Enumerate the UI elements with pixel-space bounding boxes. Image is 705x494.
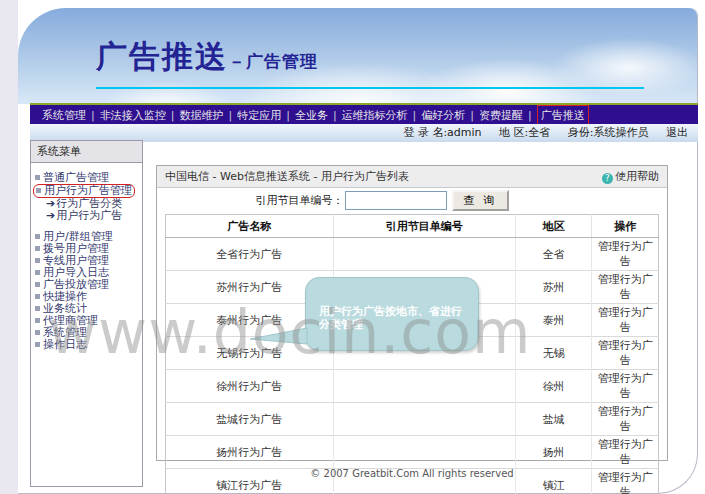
region-label: 地 区:全省 <box>499 126 550 139</box>
bullet-icon <box>35 306 40 311</box>
copyright-footer: © 2007 Greatbit.Com All rights reserved <box>156 468 668 479</box>
help-icon: ? <box>602 173 613 184</box>
col-header-0: 广告名称 <box>166 215 334 238</box>
annotation-callout-tail <box>250 326 308 350</box>
table-row: 扬州行为广告扬州管理行为广告 <box>166 436 659 469</box>
cell-region: 盐城 <box>516 403 592 436</box>
bullet-icon <box>35 175 40 180</box>
cell-ref <box>333 403 515 436</box>
table-header-row: 广告名称引用节目单编号地区操作 <box>166 215 659 238</box>
table-row: 全省行为广告全省管理行为广告 <box>166 238 659 271</box>
sidebar-item-13[interactable]: 操作日志 <box>35 339 139 351</box>
bullet-icon <box>35 270 40 275</box>
col-header-2: 地区 <box>516 215 592 238</box>
table-row: 盐城行为广告盐城管理行为广告 <box>166 403 659 436</box>
manage-behavior-ad-link[interactable]: 管理行为广告 <box>598 339 653 367</box>
sidebar-header: 系统菜单 <box>31 141 142 163</box>
nav-item-7[interactable]: 资费提醒 <box>479 106 523 125</box>
bullet-icon <box>35 330 40 335</box>
cell-name: 全省行为广告 <box>166 238 334 271</box>
page-title: 广告推送－广告管理 <box>96 36 318 78</box>
nav-separator: | <box>91 109 95 122</box>
sidebar-item-label: 用户行为广告管理 <box>44 184 132 197</box>
bullet-icon <box>35 342 40 347</box>
annotation-callout: 用户行为广告按地市、省进行分类管理 <box>305 277 479 351</box>
nav-item-1[interactable]: 非法接入监控 <box>100 106 166 125</box>
sidebar: 系统菜单 普通广告管理用户行为广告管理➔行为广告分类➔用户行为广告用户/群组管理… <box>30 140 143 487</box>
bullet-icon <box>35 246 40 251</box>
cell-name: 徐州行为广告 <box>166 370 334 403</box>
nav-separator: | <box>286 109 290 122</box>
sidebar-subitem-3[interactable]: ➔用户行为广告 <box>35 210 139 222</box>
sidebar-item-1[interactable]: 用户行为广告管理 <box>33 184 135 198</box>
nav-item-0[interactable]: 系统管理 <box>42 106 86 125</box>
cell-name: 扬州行为广告 <box>166 436 334 469</box>
nav-item-6[interactable]: 偏好分析 <box>421 106 465 125</box>
ref-number-input[interactable] <box>345 191 447 210</box>
nav-separator: | <box>333 109 337 122</box>
manage-behavior-ad-link[interactable]: 管理行为广告 <box>598 306 653 334</box>
page-title-main: 广告推送 <box>96 38 228 74</box>
nav-item-4[interactable]: 全业务 <box>295 106 328 125</box>
col-header-3: 操作 <box>592 215 659 238</box>
cell-ref <box>333 238 515 271</box>
nav-item-5[interactable]: 运维指标分析 <box>342 106 408 125</box>
cell-ref <box>333 370 515 403</box>
cell-action: 管理行为广告 <box>592 436 659 469</box>
nav-separator: | <box>171 109 175 122</box>
search-row: 引用节目单编号： 查 询 <box>157 188 667 213</box>
page-margin-strip <box>0 0 18 494</box>
cell-region: 泰州 <box>516 304 592 337</box>
help-label: 使用帮助 <box>615 170 659 183</box>
page-card: 广告推送－广告管理 系统管理|非法接入监控|数据维护|特定应用|全业务|运维指标… <box>18 8 698 494</box>
manage-behavior-ad-link[interactable]: 管理行为广告 <box>598 372 653 400</box>
cell-action: 管理行为广告 <box>592 304 659 337</box>
cell-name: 盐城行为广告 <box>166 403 334 436</box>
sidebar-menu: 普通广告管理用户行为广告管理➔行为广告分类➔用户行为广告用户/群组管理拨号用户管… <box>31 163 142 351</box>
bullet-icon <box>35 234 40 239</box>
sidebar-item-label: 操作日志 <box>43 338 87 351</box>
sidebar-item-0[interactable]: 普通广告管理 <box>35 172 139 184</box>
login-name: 登 录 名:admin <box>403 126 481 139</box>
cell-action: 管理行为广告 <box>592 271 659 304</box>
nav-item-2[interactable]: 数据维护 <box>179 106 223 125</box>
logout-link[interactable]: 退出 <box>666 126 688 139</box>
nav-separator: | <box>413 109 417 122</box>
panel-title: 中国电信 - Web信息推送系统 - 用户行为广告列表 <box>165 166 409 187</box>
cell-region: 扬州 <box>516 436 592 469</box>
cell-ref <box>333 436 515 469</box>
nav-item-8[interactable]: 广告推送 <box>537 105 589 126</box>
manage-behavior-ad-link[interactable]: 管理行为广告 <box>598 240 653 268</box>
bullet-icon <box>35 282 40 287</box>
cell-action: 管理行为广告 <box>592 337 659 370</box>
role-label: 身份:系统操作员 <box>568 126 649 139</box>
manage-behavior-ad-link[interactable]: 管理行为广告 <box>598 405 653 433</box>
cell-action: 管理行为广告 <box>592 238 659 271</box>
ad-table: 广告名称引用节目单编号地区操作 全省行为广告全省管理行为广告苏州行为广告苏州管理… <box>165 214 659 494</box>
nav-item-3[interactable]: 特定应用 <box>237 106 281 125</box>
top-navbar: 系统管理|非法接入监控|数据维护|特定应用|全业务|运维指标分析|偏好分析|资费… <box>30 103 698 124</box>
ad-table-wrap: 广告名称引用节目单编号地区操作 全省行为广告全省管理行为广告苏州行为广告苏州管理… <box>165 214 659 494</box>
title-underline <box>96 87 644 89</box>
page-title-sub: －广告管理 <box>228 51 318 71</box>
annotation-callout-text: 用户行为广告按地市、省进行分类管理 <box>319 305 462 331</box>
table-body: 全省行为广告全省管理行为广告苏州行为广告苏州管理行为广告泰州行为广告泰州管理行为… <box>166 238 659 494</box>
manage-behavior-ad-link[interactable]: 管理行为广告 <box>598 273 653 301</box>
bullet-icon <box>36 188 41 193</box>
cell-action: 管理行为广告 <box>592 403 659 436</box>
cell-action: 管理行为广告 <box>592 370 659 403</box>
nav-separator: | <box>528 109 532 122</box>
panel-header: 中国电信 - Web信息推送系统 - 用户行为广告列表 ?使用帮助 <box>157 166 667 188</box>
help-link[interactable]: ?使用帮助 <box>602 166 659 187</box>
cell-region: 无锡 <box>516 337 592 370</box>
nav-separator: | <box>228 109 232 122</box>
sidebar-item-label: 用户行为广告 <box>56 209 122 222</box>
table-row: 徐州行为广告徐州管理行为广告 <box>166 370 659 403</box>
sidebar-item-label: 普通广告管理 <box>43 171 109 184</box>
nav-separator: | <box>470 109 474 122</box>
ref-number-label: 引用节目单编号： <box>255 193 343 208</box>
bullet-icon <box>35 318 40 323</box>
search-button[interactable]: 查 询 <box>452 190 508 211</box>
manage-behavior-ad-link[interactable]: 管理行为广告 <box>598 438 653 466</box>
cell-region: 苏州 <box>516 271 592 304</box>
